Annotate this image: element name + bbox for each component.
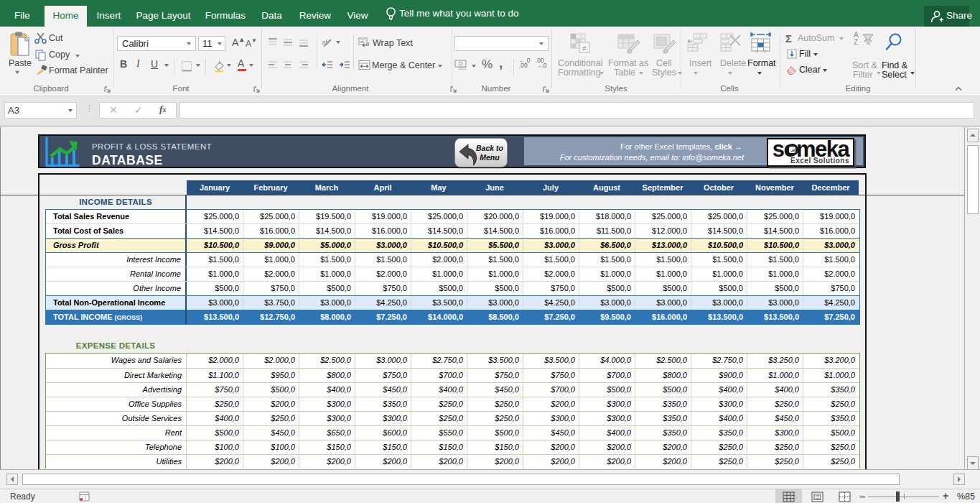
svg-text:≠: ≠ xyxy=(582,44,587,52)
